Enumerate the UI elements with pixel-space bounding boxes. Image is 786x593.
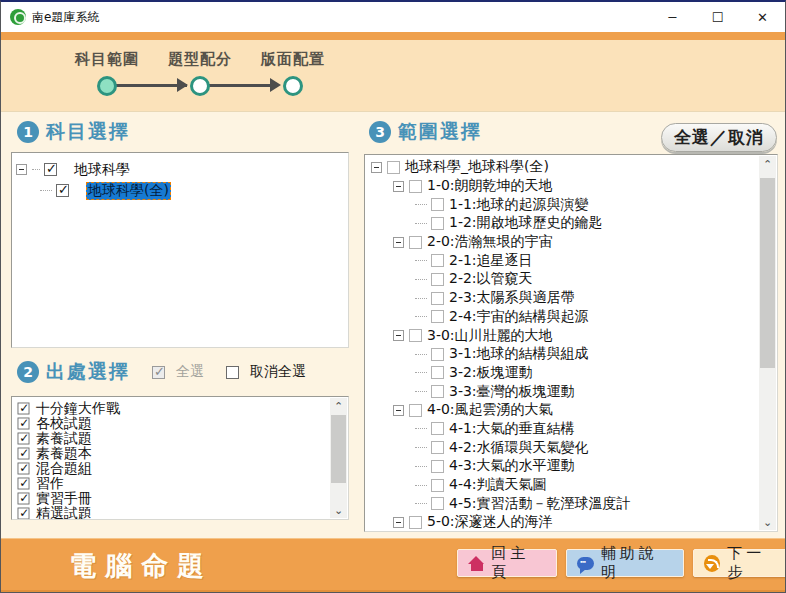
tree-item-label[interactable]: 3-2:板塊運動 (449, 364, 533, 382)
minimize-button[interactable]: ─ (650, 2, 695, 32)
range-checkbox[interactable] (431, 366, 444, 379)
tree-item-label[interactable]: 1-1:地球的起源與演變 (449, 196, 589, 214)
range-checkbox[interactable] (431, 422, 444, 435)
collapse-toggle-icon[interactable] (393, 330, 404, 341)
next-step-button[interactable]: 下一步 (693, 549, 786, 577)
source-list-panel: 十分鐘大作戰 各校試題 素養試題 素養題本 混合題組 習作 實習手冊 精選試題 … (11, 396, 349, 520)
tree-item-label[interactable]: 2-0:浩瀚無垠的宇宙 (427, 233, 553, 251)
tree-item-label[interactable]: 4-5:實習活動－乾溼球溫度計 (449, 495, 631, 513)
tree-item-label-selected[interactable]: 地球科學(全) (86, 182, 171, 200)
range-checkbox[interactable] (409, 180, 422, 193)
tree-item-label[interactable]: 地球科學_地球科學(全) (405, 158, 549, 176)
range-checkbox[interactable] (431, 292, 444, 305)
range-checkbox[interactable] (409, 404, 422, 417)
range-checkbox[interactable] (431, 348, 444, 361)
tree-item-label[interactable]: 1-0:朗朗乾坤的天地 (427, 177, 553, 195)
tree-connector (415, 298, 427, 299)
range-checkbox[interactable] (387, 161, 400, 174)
range-checkbox[interactable] (431, 441, 444, 454)
list-item[interactable]: 精選試題 (14, 506, 328, 520)
close-button[interactable]: ✕ (740, 2, 785, 32)
tree-connector (415, 354, 427, 355)
scroll-up-icon[interactable]: ⌃ (330, 398, 347, 414)
section3-number-badge: 3 (369, 121, 391, 143)
deselect-all-checkbox-group[interactable]: 取消全選 (226, 363, 306, 381)
scroll-down-icon[interactable]: ⌄ (759, 514, 776, 530)
range-checkbox[interactable] (409, 329, 422, 342)
select-all-checkbox-group[interactable]: 全選 (152, 363, 204, 381)
collapse-toggle-icon[interactable] (393, 405, 404, 416)
next-arrow-icon (704, 555, 720, 572)
help-button[interactable]: 輔助說明 (566, 549, 684, 577)
source-checkbox[interactable] (18, 463, 30, 475)
tree-item-label[interactable]: 2-2:以管窺天 (449, 270, 533, 288)
range-checkbox[interactable] (431, 460, 444, 473)
source-checkbox[interactable] (18, 433, 30, 445)
step-label: 版面配置 (248, 50, 338, 69)
scrollbar-thumb[interactable] (760, 178, 775, 368)
step-node-active[interactable] (97, 76, 117, 96)
collapse-toggle-icon[interactable] (393, 517, 404, 528)
maximize-button[interactable]: ☐ (695, 2, 740, 32)
collapse-toggle-icon[interactable] (393, 237, 404, 248)
step-node[interactable] (190, 76, 210, 96)
source-list-scrollbar[interactable]: ⌃ ⌄ (330, 398, 347, 518)
source-checkbox[interactable] (18, 493, 30, 505)
range-checkbox[interactable] (431, 497, 444, 510)
accent-strip (1, 32, 785, 40)
scroll-down-icon[interactable]: ⌄ (330, 502, 347, 518)
source-checkbox[interactable] (18, 403, 30, 415)
tree-item-label[interactable]: 4-1:大氣的垂直結構 (449, 420, 575, 438)
tree-item-label[interactable]: 1-2:開啟地球歷史的鑰匙 (449, 214, 603, 232)
select-all-toggle-button[interactable]: 全選／取消 (661, 123, 777, 152)
subject-checkbox[interactable] (44, 163, 57, 176)
tree-connector (415, 223, 427, 224)
deselect-all-checkbox[interactable] (226, 366, 239, 379)
range-checkbox[interactable] (431, 385, 444, 398)
scrollbar-thumb[interactable] (331, 415, 346, 483)
home-button[interactable]: 回主頁 (457, 549, 557, 577)
deselect-all-label[interactable]: 取消全選 (250, 363, 306, 381)
source-checkbox[interactable] (18, 418, 30, 430)
tree-item-label[interactable]: 2-3:太陽系與適居帶 (449, 289, 575, 307)
tree-item-label[interactable]: 4-4:判讀天氣圖 (449, 476, 547, 494)
scroll-up-icon[interactable]: ⌃ (759, 156, 776, 172)
tree-connector (40, 190, 52, 191)
chat-bubble-icon (577, 557, 594, 570)
tree-item-label[interactable]: 地球科學 (74, 161, 130, 179)
range-checkbox[interactable] (431, 254, 444, 267)
subject-checkbox[interactable] (56, 184, 69, 197)
step-layout: 版面配置 (248, 50, 338, 69)
source-checkbox[interactable] (18, 478, 30, 490)
tree-item-label[interactable]: 4-2:水循環與天氣變化 (449, 439, 589, 457)
tree-item-label[interactable]: 4-3:大氣的水平運動 (449, 457, 575, 475)
select-all-label[interactable]: 全選 (176, 363, 204, 381)
tree-item-label[interactable]: 2-4:宇宙的結構與起源 (449, 308, 589, 326)
range-checkbox[interactable] (431, 198, 444, 211)
collapse-toggle-icon[interactable] (371, 162, 382, 173)
range-checkbox[interactable] (431, 479, 444, 492)
tree-item-label[interactable]: 3-3:臺灣的板塊運動 (449, 383, 575, 401)
source-checkbox[interactable] (18, 448, 30, 460)
step-node[interactable] (283, 76, 303, 96)
range-checkbox[interactable] (431, 217, 444, 230)
range-checkbox[interactable] (431, 310, 444, 323)
section3-title: 範圍選擇 (398, 119, 482, 145)
select-all-checkbox[interactable] (152, 366, 165, 379)
tree-item-label[interactable]: 5-0:深邃迷人的海洋 (427, 513, 553, 531)
tree-item-label[interactable]: 4-0:風起雲湧的大氣 (427, 401, 553, 419)
tree-item-label[interactable]: 2-1:追星逐日 (449, 252, 533, 270)
tree-item-label[interactable]: 3-1:地球的結構與組成 (449, 345, 589, 363)
tree-connector (415, 485, 427, 486)
step-arrow-icon (270, 78, 281, 92)
collapse-toggle-icon[interactable] (393, 181, 404, 192)
tree-item-label[interactable]: 3-0:山川壯麗的大地 (427, 327, 553, 345)
range-checkbox[interactable] (409, 236, 422, 249)
range-tree-scrollbar[interactable]: ⌃ ⌄ (759, 156, 776, 530)
tree-connector (415, 428, 427, 429)
range-checkbox[interactable] (409, 516, 422, 529)
source-checkbox[interactable] (18, 508, 30, 520)
range-checkbox[interactable] (431, 273, 444, 286)
title-bar: 南e題庫系統 ─ ☐ ✕ (1, 2, 785, 32)
collapse-toggle-icon[interactable] (16, 164, 27, 175)
